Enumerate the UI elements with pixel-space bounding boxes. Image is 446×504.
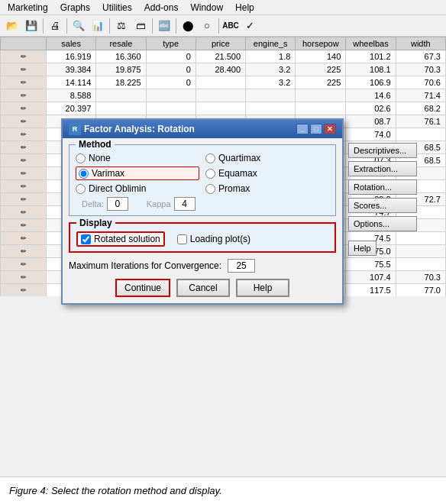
close-button[interactable]: ✕: [324, 124, 336, 134]
checkbox-row: Rotated solution Loading plot(s): [76, 231, 328, 247]
help-button[interactable]: Help: [236, 279, 289, 297]
max-iter-label: Maximum Iterations for Convergence:: [69, 260, 221, 271]
minimize-button[interactable]: _: [296, 124, 309, 134]
max-iter-input[interactable]: [228, 259, 255, 273]
radio-grid: None Quartimax Varimax Equamax: [76, 153, 329, 194]
radio-varimax-input[interactable]: [79, 169, 89, 179]
radio-directoblimin: Direct Oblimin: [76, 183, 199, 194]
delta-label: Delta:: [82, 199, 104, 208]
radio-promax-label: Promax: [218, 183, 250, 194]
loading-plots-checkbox[interactable]: [177, 234, 187, 244]
extraction-button[interactable]: Extraction...: [348, 161, 417, 176]
dialog-buttons: Continue Cancel Help: [69, 279, 336, 297]
dialog-title-row: R Factor Analysis: Rotation: [69, 123, 195, 135]
side-buttons-panel: Descriptives... Extraction... Rotation..…: [348, 143, 417, 256]
radio-none-label: None: [89, 153, 111, 163]
cancel-button[interactable]: Cancel: [176, 279, 230, 297]
rotated-solution-label: Rotated solution: [94, 234, 160, 244]
method-group: Method None Quartimax Varima: [69, 144, 336, 216]
loading-plots-label: Loading plot(s): [190, 234, 250, 244]
rotated-solution-checkbox[interactable]: [81, 234, 91, 244]
radio-equamax-input[interactable]: [205, 169, 215, 179]
radio-quartimax-input[interactable]: [205, 153, 215, 163]
radio-none: None: [76, 153, 199, 163]
delta-option: Delta:: [82, 197, 128, 211]
dialog-titlebar-icons: _ □ ✕: [296, 124, 336, 134]
radio-quartimax: Quartimax: [205, 153, 329, 163]
radio-equamax-label: Equamax: [218, 168, 257, 179]
kappa-label: Kappa: [147, 199, 171, 208]
options-button[interactable]: Options...: [348, 216, 417, 231]
spss-icon: R: [69, 123, 81, 135]
help-side-button[interactable]: Help: [348, 241, 377, 256]
radio-oblimin-input[interactable]: [76, 184, 86, 194]
radio-promax-input[interactable]: [205, 184, 215, 194]
display-group-label: Display: [76, 218, 115, 228]
dialog-rotation: R Factor Analysis: Rotation _ □ ✕ Method…: [61, 118, 344, 305]
rotation-button[interactable]: Rotation...: [348, 179, 417, 195]
dialog-body: Method None Quartimax Varima: [63, 138, 342, 303]
radio-promax: Promax: [205, 183, 329, 194]
radio-quartimax-label: Quartimax: [218, 153, 260, 163]
method-group-label: Method: [76, 139, 115, 150]
radio-equamax: Equamax: [205, 166, 329, 180]
dialog-overlay: R Factor Analysis: Rotation _ □ ✕ Method…: [0, 0, 446, 504]
max-iter-row: Maximum Iterations for Convergence:: [69, 259, 336, 273]
maximize-button[interactable]: □: [310, 124, 322, 134]
radio-varimax-row: Varimax: [76, 166, 199, 180]
dialog-titlebar: R Factor Analysis: Rotation _ □ ✕: [63, 120, 342, 138]
method-group-content: None Quartimax Varimax Equamax: [76, 153, 329, 211]
kappa-option: Kappa: [147, 197, 196, 211]
descriptives-button[interactable]: Descriptives...: [348, 143, 417, 158]
radio-varimax-label: Varimax: [92, 168, 124, 179]
delta-input[interactable]: [107, 197, 128, 211]
rotated-solution-item: Rotated solution: [76, 231, 165, 247]
dialog-title: Factor Analysis: Rotation: [84, 124, 195, 134]
sub-options: Delta: Kappa: [82, 197, 329, 211]
kappa-input[interactable]: [174, 197, 196, 211]
scores-button[interactable]: Scores...: [348, 198, 417, 213]
display-group: Display Rotated solution Loading plot(s): [69, 222, 336, 253]
loading-plots-item: Loading plot(s): [177, 234, 250, 244]
continue-button[interactable]: Continue: [115, 279, 170, 297]
radio-none-input[interactable]: [76, 153, 86, 163]
radio-oblimin-label: Direct Oblimin: [89, 183, 146, 194]
